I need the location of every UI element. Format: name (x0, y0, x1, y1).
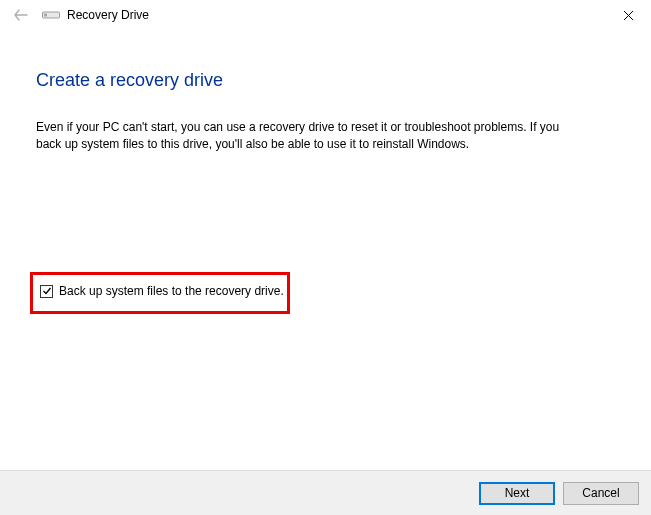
footer: Next Cancel (0, 470, 651, 515)
backup-checkbox-row[interactable]: Back up system files to the recovery dri… (40, 284, 284, 298)
description-text: Even if your PC can't start, you can use… (36, 119, 576, 154)
page-heading: Create a recovery drive (36, 70, 615, 91)
window-title: Recovery Drive (67, 8, 149, 22)
back-arrow-icon (14, 8, 28, 22)
close-button[interactable] (605, 0, 651, 30)
recovery-drive-icon (42, 9, 60, 21)
svg-rect-1 (44, 14, 47, 17)
checkbox-label: Back up system files to the recovery dri… (59, 284, 284, 298)
next-button[interactable]: Next (479, 482, 555, 505)
checkbox-icon[interactable] (40, 285, 53, 298)
cancel-button[interactable]: Cancel (563, 482, 639, 505)
